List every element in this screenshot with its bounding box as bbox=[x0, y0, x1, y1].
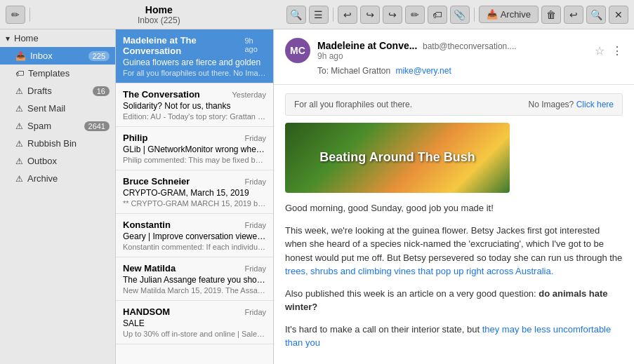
email-date: 9h ago bbox=[317, 51, 343, 61]
menu-button[interactable]: ☰ bbox=[309, 6, 329, 24]
sidebar-item-drafts[interactable]: ⚠ Drafts 16 bbox=[0, 82, 115, 100]
archive-button[interactable]: 📥 Archive bbox=[479, 6, 539, 23]
email-time: Friday bbox=[244, 221, 266, 229]
list-item[interactable]: Madeleine at The Conversation 9h ago Gui… bbox=[116, 29, 273, 83]
email-header: HANDSOM Friday bbox=[123, 306, 266, 317]
reading-pane: MC Madeleine at Conve... batb@theconvers… bbox=[274, 29, 634, 364]
body-paragraph-4: It's hard to make a call on their interi… bbox=[285, 323, 623, 350]
email-sender: Konstantin bbox=[123, 220, 171, 230]
toolbar-title: Home Inbox (225) bbox=[34, 4, 284, 25]
home-title: Home bbox=[34, 4, 284, 15]
email-header: Konstantin Friday bbox=[123, 220, 266, 230]
spam-badge: 2641 bbox=[84, 121, 110, 131]
avatar: MC bbox=[285, 38, 310, 63]
back-button[interactable]: ↩ bbox=[564, 6, 583, 24]
sidebar-inbox-label: Inbox bbox=[30, 50, 84, 61]
email-subject: CRYPTO-GRAM, March 15, 2019 bbox=[123, 188, 266, 198]
email-body: For all you floraphiles out there. No Im… bbox=[274, 85, 634, 364]
list-item[interactable]: The Conversation Yesterday Solidarity? N… bbox=[116, 83, 273, 127]
email-hero-image: Beating Around The Bush bbox=[285, 123, 510, 193]
sidebar-spam-label: Spam bbox=[27, 121, 80, 131]
sidebar-rubbish-label: Rubbish Bin bbox=[27, 138, 110, 149]
sidebar-outbox-label: Outbox bbox=[27, 156, 110, 166]
sidebar-item-spam[interactable]: ⚠ Spam 2641 bbox=[0, 117, 115, 135]
list-item[interactable]: Philip Friday GLib | GNetworkMonitor wro… bbox=[116, 127, 273, 170]
list-item[interactable]: Bruce Schneier Friday CRYPTO-GRAM, March… bbox=[116, 170, 273, 214]
list-item[interactable]: Konstantin Friday Geary | Improve conver… bbox=[116, 214, 273, 257]
sidebar-item-outbox[interactable]: ⚠ Outbox bbox=[0, 152, 115, 170]
to-name: Michael Gratton bbox=[331, 66, 390, 76]
email-preview: ** CRYPTO-GRAM MARCH 15, 2019 by Bruce S… bbox=[123, 199, 266, 208]
sidebar-item-inbox[interactable]: 📥 Inbox 225 bbox=[0, 47, 115, 65]
click-here-link[interactable]: Click here bbox=[576, 100, 614, 109]
to-row: To: Michael Gratton mike@very.net bbox=[317, 66, 623, 76]
sidebar-home-label: Home bbox=[14, 33, 110, 43]
from-name: Madeleine at Conve... bbox=[317, 40, 417, 51]
from-line: Madeleine at Conve... batb@theconversati… bbox=[317, 40, 588, 51]
inbox-icon: 📥 bbox=[15, 51, 26, 61]
more-icon[interactable]: ⋮ bbox=[612, 44, 623, 58]
divider3 bbox=[474, 8, 475, 22]
email-time: Friday bbox=[244, 177, 266, 186]
to-email: mike@very.net bbox=[395, 66, 451, 76]
sidebar-item-templates[interactable]: 🏷 Templates bbox=[0, 65, 115, 82]
sidebar-drafts-label: Drafts bbox=[27, 86, 88, 96]
sent-icon: ⚠ bbox=[15, 104, 23, 114]
body-paragraph-2: This week, we're looking at the guinea f… bbox=[285, 224, 623, 278]
star-icon[interactable]: ☆ bbox=[595, 44, 605, 58]
attach-button[interactable]: 📎 bbox=[450, 6, 470, 24]
redo-button[interactable]: ↪ bbox=[383, 6, 402, 24]
email-subject: Geary | Improve conversation viewer load… bbox=[123, 231, 266, 241]
undo2-button[interactable]: ↩ bbox=[360, 6, 380, 24]
email-header: The Conversation Yesterday bbox=[123, 89, 266, 100]
search2-button[interactable]: 🔍 bbox=[586, 6, 606, 24]
email-preview: New Matilda March 15, 2019. The Assange … bbox=[123, 286, 266, 295]
email-list: Madeleine at The Conversation 9h ago Gui… bbox=[116, 29, 274, 364]
body-paragraph-1: Good morning, good Sunday, good job you … bbox=[285, 201, 623, 215]
email-sender: New Matilda bbox=[123, 263, 176, 274]
rubbish-icon: ⚠ bbox=[15, 139, 23, 149]
hero-text: Beating Around The Bush bbox=[314, 144, 480, 171]
sidebar-item-rubbish[interactable]: ⚠ Rubbish Bin bbox=[0, 135, 115, 152]
archive-label: Archive bbox=[501, 9, 531, 20]
email-header: Bruce Schneier Friday bbox=[123, 176, 266, 187]
list-item[interactable]: New Matilda Friday The Julian Assange fe… bbox=[116, 257, 273, 301]
no-images-bar: For all you floraphiles out there. No Im… bbox=[285, 93, 623, 116]
sidebar-item-sent[interactable]: ⚠ Sent Mail bbox=[0, 100, 115, 117]
outbox-icon: ⚠ bbox=[15, 156, 23, 166]
click-here-text: No Images? Click here bbox=[529, 100, 614, 109]
highlight-button[interactable]: ✏ bbox=[405, 6, 425, 24]
inbox-count: Inbox (225) bbox=[34, 15, 284, 25]
compose-button[interactable]: ✏ bbox=[6, 6, 25, 24]
main-layout: ▾ Home 📥 Inbox 225 🏷 Templates ⚠ Drafts … bbox=[0, 29, 634, 364]
main-toolbar: ✏ Home Inbox (225) 🔍 ☰ ↩ ↩ ↪ ✏ 🏷 📎 📥 Arc… bbox=[0, 0, 634, 29]
email-subject: Guinea flowers are fierce and golden bbox=[123, 58, 266, 67]
body-link[interactable]: trees, shrubs and climbing vines that po… bbox=[285, 266, 553, 276]
search-button[interactable]: 🔍 bbox=[286, 6, 306, 24]
email-preview: For all you floraphiles out there. No Im… bbox=[123, 69, 266, 77]
delete-button[interactable]: 🗑 bbox=[541, 6, 561, 24]
email-sender: HANDSOM bbox=[123, 306, 170, 317]
sidebar-item-home[interactable]: ▾ Home bbox=[0, 29, 115, 47]
templates-icon: 🏷 bbox=[15, 69, 24, 79]
undo-button[interactable]: ↩ bbox=[338, 6, 357, 24]
close-button[interactable]: ✕ bbox=[609, 6, 628, 24]
email-view-header: MC Madeleine at Conve... batb@theconvers… bbox=[274, 29, 634, 85]
from-email: batb@theconversation.... bbox=[423, 41, 517, 51]
email-header: Madeleine at The Conversation 9h ago bbox=[123, 35, 266, 56]
sidebar-templates-label: Templates bbox=[28, 68, 110, 79]
email-time: Friday bbox=[244, 134, 266, 142]
from-row: MC Madeleine at Conve... batb@theconvers… bbox=[285, 38, 623, 63]
divider bbox=[29, 8, 30, 22]
email-meta: Madeleine at Conve... batb@theconversati… bbox=[317, 40, 588, 61]
email-sender: Philip bbox=[123, 133, 147, 143]
sidebar-item-archive[interactable]: ⚠ Archive bbox=[0, 170, 115, 187]
email-preview: Up to 30% off in-store and online | Sale… bbox=[123, 330, 266, 338]
list-item[interactable]: HANDSOM Friday SALE Up to 30% off in-sto… bbox=[116, 301, 273, 344]
email-preview: Philip commented: This may be fixed by 1… bbox=[123, 156, 266, 164]
email-time: 9h ago bbox=[245, 36, 267, 53]
tag-button[interactable]: 🏷 bbox=[428, 6, 447, 24]
home-icon: ▾ bbox=[6, 34, 10, 43]
no-images-text: For all you floraphiles out there. bbox=[294, 100, 412, 109]
sidebar-archive-label: Archive bbox=[27, 173, 110, 184]
